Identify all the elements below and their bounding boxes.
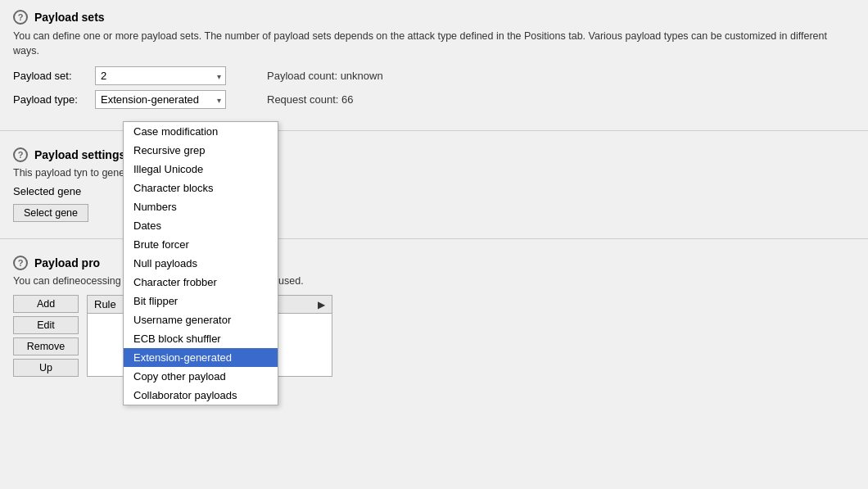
rule-column-header: Rule (94, 298, 116, 310)
remove-button[interactable]: Remove (13, 337, 79, 355)
payload-type-dropdown: Case modification Recursive grep Illegal… (123, 121, 278, 405)
payload-count-text: Payload count: unknown (267, 70, 383, 82)
dropdown-item-bit-flipper[interactable]: Bit flipper (124, 292, 278, 310)
payload-set-select[interactable]: 2 (95, 66, 226, 85)
dropdown-item-username-generator[interactable]: Username generator (124, 310, 278, 329)
payload-type-row: Payload type: Extension-generated ▾ Requ… (13, 90, 855, 109)
help-icon-payload-processing[interactable]: ? (13, 256, 28, 270)
dropdown-item-brute-forcer[interactable]: Brute forcer (124, 235, 278, 254)
payload-type-select-wrapper: Extension-generated ▾ (95, 90, 226, 109)
payload-set-label: Payload set: (13, 70, 87, 82)
payload-type-label: Payload type: (13, 93, 87, 106)
dropdown-item-dates[interactable]: Dates (124, 216, 278, 235)
dropdown-item-illegal-unicode[interactable]: Illegal Unicode (124, 160, 278, 179)
dropdown-item-collaborator-payloads[interactable]: Collaborator payloads (124, 386, 278, 405)
help-icon-payload-settings[interactable]: ? (13, 147, 28, 162)
payload-processing-title: Payload pro (34, 256, 100, 269)
edit-button[interactable]: Edit (13, 316, 79, 334)
up-button[interactable]: Up (13, 359, 79, 377)
selected-generator-label: Selected gene (13, 185, 81, 197)
table-arrow-icon: ▶ (318, 299, 325, 310)
payload-set-select-wrapper: 2 ▾ (95, 66, 226, 85)
dropdown-item-case-modification[interactable]: Case modification (124, 122, 278, 141)
dropdown-item-numbers[interactable]: Numbers (124, 197, 278, 216)
add-button[interactable]: Add (13, 295, 79, 313)
payload-type-select[interactable]: Extension-generated (95, 90, 226, 109)
request-count-text: Request count: 66 (267, 93, 354, 106)
dropdown-item-copy-other-payload[interactable]: Copy other payload (124, 367, 278, 386)
processing-buttons: Add Edit Remove Up (13, 295, 79, 377)
payload-sets-description: You can define one or more payload sets.… (13, 29, 855, 58)
payload-sets-section: ? Payload sets You can define one or mor… (0, 0, 868, 124)
dropdown-item-character-blocks[interactable]: Character blocks (124, 179, 278, 197)
payload-set-row: Payload set: 2 ▾ Payload count: unknown (13, 66, 855, 85)
dropdown-item-character-frobber[interactable]: Character frobber (124, 273, 278, 292)
select-generator-button[interactable]: Select gene (13, 204, 88, 222)
section-header-payload-sets: ? Payload sets (13, 10, 855, 25)
page: ? Payload sets You can define one or mor… (0, 0, 868, 489)
help-icon-payload-sets[interactable]: ? (13, 10, 28, 25)
dropdown-item-null-payloads[interactable]: Null payloads (124, 254, 278, 273)
dropdown-item-recursive-grep[interactable]: Recursive grep (124, 141, 278, 160)
dropdown-item-ecb-block-shuffler[interactable]: ECB block shuffler (124, 329, 278, 348)
dropdown-item-extension-generated[interactable]: Extension-generated (124, 348, 278, 367)
payload-sets-title: Payload sets (34, 11, 105, 24)
